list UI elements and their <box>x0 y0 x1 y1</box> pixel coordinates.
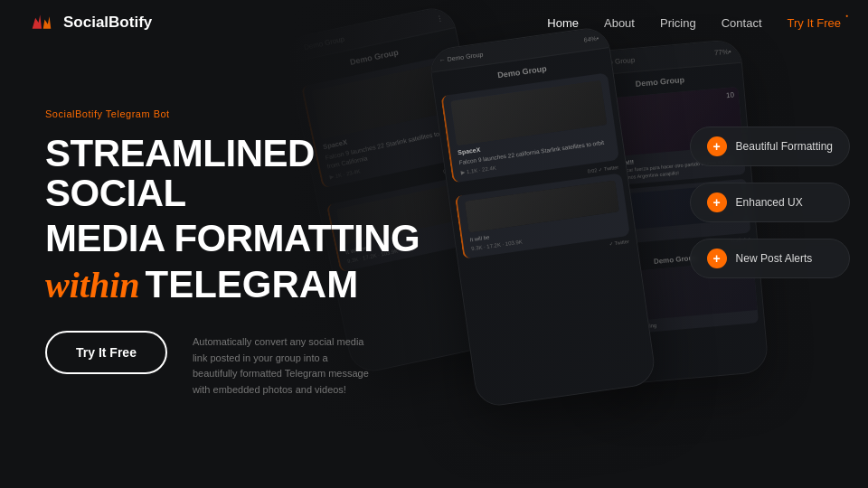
logo: SocialBotify <box>27 12 152 33</box>
try-it-free-button[interactable]: Try It Free <box>45 331 167 374</box>
hero-content: SocialBotify Telegram Bot STREAMLINED SO… <box>0 0 452 488</box>
headline-line2: MEDIA FORMATTING <box>45 219 452 258</box>
cta-row: Try It Free Automatically convert any so… <box>45 331 452 398</box>
feature-pill-alerts: + New Post Alerts <box>690 239 850 278</box>
logo-text: SocialBotify <box>63 14 152 32</box>
nav-home[interactable]: Home <box>547 14 579 31</box>
pill-icon-ux: + <box>707 192 727 212</box>
navbar: SocialBotify Home About Pricing Contact … <box>0 0 868 45</box>
tagline: SocialBotify Telegram Bot <box>45 108 452 119</box>
feature-pill-ux: + Enhanced UX <box>690 183 850 222</box>
pill-icon-alerts: + <box>707 249 727 268</box>
pill-icon-formatting: + <box>707 136 727 156</box>
logo-icon <box>27 12 56 33</box>
hero-description: Automatically convert any social media l… <box>193 331 373 398</box>
nav-cta[interactable]: Try It Free <box>788 14 841 31</box>
pill-label-ux: Enhanced UX <box>736 196 803 209</box>
feature-pill-formatting: + Beautiful Formatting <box>690 127 850 166</box>
phone-mockup-center: ← Demo Group 64%▪ Demo Group SpaceX Falc… <box>428 25 657 408</box>
headline-line3: withinTELEGRAM <box>45 264 452 305</box>
headline-within: within <box>45 265 140 305</box>
feature-pills: + Beautiful Formatting + Enhanced UX + N… <box>690 127 850 278</box>
headline-line1: STREAMLINED SOCIAL <box>45 134 452 213</box>
nav-about[interactable]: About <box>604 14 635 31</box>
nav-contact[interactable]: Contact <box>722 14 762 31</box>
pill-label-alerts: New Post Alerts <box>736 252 813 265</box>
pill-label-formatting: Beautiful Formatting <box>736 140 833 153</box>
nav-pricing[interactable]: Pricing <box>660 14 696 31</box>
nav-links: Home About Pricing Contact Try It Free <box>547 14 841 31</box>
